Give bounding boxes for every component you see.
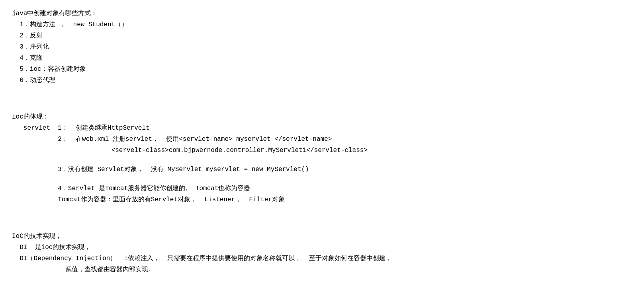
java-way-2: 2．反射 [12, 30, 632, 41]
di-line-3: 赋值，查找都由容器内部实现。 [12, 264, 632, 275]
ioc-tech-title: IoC的技术实现， [12, 231, 632, 242]
java-way-3: 3．序列化 [12, 41, 632, 53]
ioc-servlet-4b: Tomcat作为容器：里面存放的有Servlet对象， Listener， Fi… [12, 194, 632, 205]
blank-ioc-inner [12, 156, 632, 164]
ioc-servlet-4a: 4．Servlet 是Tomcat服务器它能你创建的。 Tomcat也称为容器 [12, 183, 632, 194]
ioc-servlet-1: servlet 1： 创建类继承HttpServelt [12, 123, 632, 134]
ioc-servlet-3: 3．没有创建 Servlet对象， 没有 MyServlet myservlet… [12, 164, 632, 175]
ioc-title: ioc的体现： [12, 111, 632, 123]
ioc-servlet-2: 2： 在web.xml 注册servlet， 使用<servlet-name> … [12, 134, 632, 145]
ioc-servlet-2b: <servelt-class>com.bjpwernode.controller… [12, 145, 632, 156]
java-ways-title: java中创建对象有哪些方式： [12, 8, 632, 19]
java-way-1: 1．构造方法 ， new Student（） [12, 19, 632, 30]
main-content: java中创建对象有哪些方式： 1．构造方法 ， new Student（） 2… [12, 8, 632, 290]
ioc-tech-section: IoC的技术实现， DI 是ioc的技术实现， DI（Dependency In… [12, 231, 632, 275]
java-ways-section: java中创建对象有哪些方式： 1．构造方法 ， new Student（） 2… [12, 8, 632, 86]
blank-line-1 [12, 95, 632, 103]
di-line-2: DI（Dependency Injection） :依赖注入， 只需要在程序中提… [12, 253, 632, 264]
java-way-5: 5．ioc：容器创建对象 [12, 64, 632, 75]
java-way-4: 4．克隆 [12, 53, 632, 64]
blank-line-2 [12, 103, 632, 111]
blank-line-3 [12, 215, 632, 223]
blank-line-4 [12, 223, 632, 231]
di-line-1: DI 是ioc的技术实现， [12, 242, 632, 253]
ioc-section: ioc的体现： servlet 1： 创建类继承HttpServelt 2： 在… [12, 111, 632, 205]
java-way-6: 6．动态代理 [12, 75, 632, 86]
blank-ioc-inner2 [12, 175, 632, 183]
blank-line-5 [12, 285, 632, 290]
